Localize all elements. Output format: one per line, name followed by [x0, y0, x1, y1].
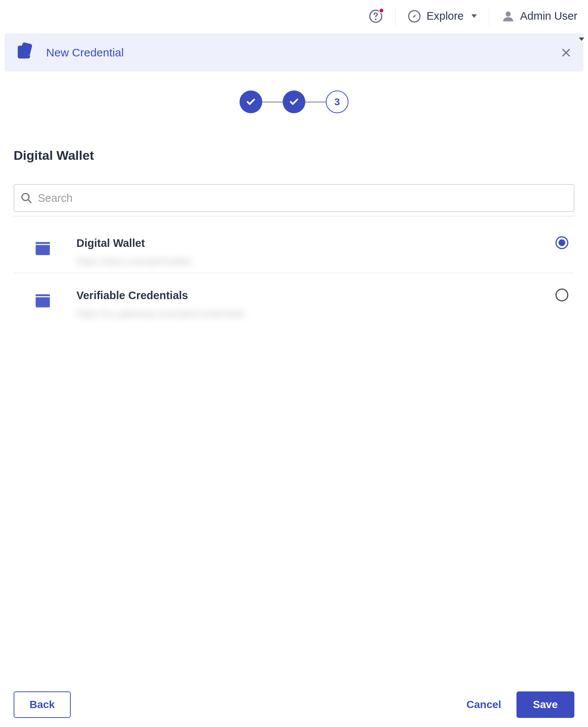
save-button[interactable]: Save	[516, 691, 574, 718]
check-icon	[288, 96, 300, 108]
step-number: 3	[334, 96, 340, 108]
chevron-down-icon	[471, 14, 477, 18]
compass-icon	[408, 9, 421, 23]
option-title: Digital Wallet	[76, 237, 191, 250]
explore-menu[interactable]: Explore	[408, 9, 476, 23]
user-icon	[501, 9, 515, 23]
wallet-icon	[33, 239, 52, 260]
option-subtitle: https://vc.gateway.example/credentials	[76, 308, 245, 320]
cancel-label: Cancel	[467, 699, 501, 711]
explore-label: Explore	[426, 10, 464, 22]
option-row-digital-wallet[interactable]: Digital Wallet https://dws.example/walle…	[14, 221, 574, 273]
sheet-title: New Credential	[46, 46, 124, 59]
section-title: Digital Wallet	[14, 148, 574, 163]
divider	[395, 6, 395, 26]
sheet-header: New Credential	[5, 33, 583, 72]
save-label: Save	[533, 699, 558, 711]
step-2	[283, 90, 305, 113]
radio-selected[interactable]	[555, 236, 568, 249]
svg-line-9	[28, 200, 31, 203]
radio-unselected[interactable]	[555, 289, 568, 301]
divider	[14, 216, 574, 217]
progress-stepper: 3	[0, 90, 588, 113]
search-input[interactable]	[38, 192, 568, 204]
footer-actions: Back Cancel Save	[0, 691, 588, 718]
credential-cards-icon	[16, 41, 36, 64]
close-icon	[560, 47, 572, 58]
svg-point-1	[375, 18, 376, 20]
user-label: Admin User	[520, 10, 578, 22]
search-icon	[20, 192, 33, 204]
step-3: 3	[326, 90, 348, 113]
check-icon	[245, 96, 257, 108]
search-field-wrapper[interactable]	[14, 184, 574, 212]
notification-dot	[379, 8, 384, 13]
cancel-button[interactable]: Cancel	[455, 691, 513, 718]
app-topbar: Explore Admin User	[0, 0, 588, 32]
back-button[interactable]: Back	[14, 691, 71, 718]
svg-rect-15	[36, 294, 50, 296]
back-label: Back	[30, 699, 55, 711]
option-title: Verifiable Credentials	[76, 289, 245, 302]
option-subtitle: https://dws.example/wallet	[76, 256, 191, 267]
svg-point-4	[506, 11, 511, 17]
step-connector	[305, 101, 326, 103]
step-connector	[262, 101, 283, 103]
svg-rect-12	[36, 242, 50, 244]
close-button[interactable]	[558, 45, 574, 60]
wallet-icon	[33, 291, 52, 312]
step-1	[240, 90, 262, 113]
option-row-verifiable-credentials[interactable]: Verifiable Credentials https://vc.gatewa…	[14, 273, 574, 325]
svg-marker-3	[413, 14, 416, 18]
help-button[interactable]	[369, 9, 383, 23]
overflow-caret-icon[interactable]	[579, 37, 584, 41]
divider	[489, 6, 489, 26]
user-menu[interactable]: Admin User	[501, 9, 578, 23]
options-list: Digital Wallet https://dws.example/walle…	[14, 221, 574, 325]
